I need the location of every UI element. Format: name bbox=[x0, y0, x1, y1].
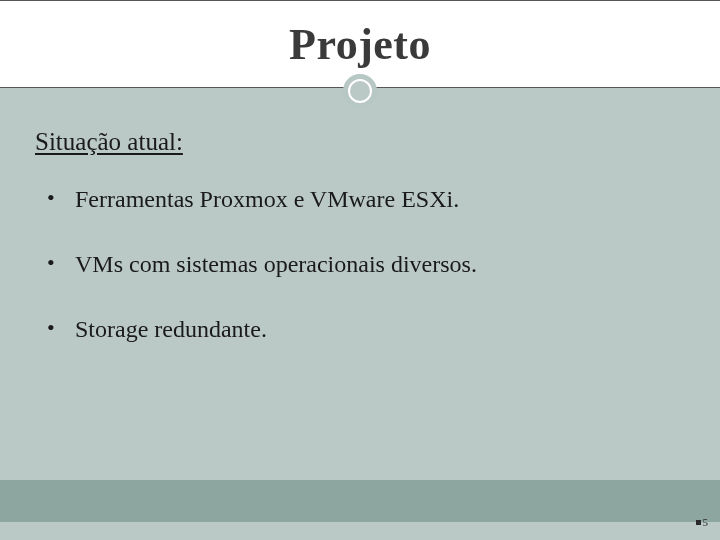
list-item: Ferramentas Proxmox e VMware ESXi. bbox=[43, 184, 685, 215]
page-number: 5 bbox=[696, 516, 709, 528]
footer-bar bbox=[0, 480, 720, 522]
bullet-list: Ferramentas Proxmox e VMware ESXi. VMs c… bbox=[35, 184, 685, 346]
square-icon bbox=[696, 520, 701, 525]
slide: Projeto Situação atual: Ferramentas Prox… bbox=[0, 0, 720, 540]
ring-icon bbox=[343, 74, 377, 108]
slide-title: Projeto bbox=[289, 19, 431, 70]
page-number-text: 5 bbox=[703, 516, 709, 528]
list-item: Storage redundante. bbox=[43, 314, 685, 345]
content-area: Situação atual: Ferramentas Proxmox e VM… bbox=[35, 128, 685, 380]
subheading: Situação atual: bbox=[35, 128, 685, 156]
list-item: VMs com sistemas operacionais diversos. bbox=[43, 249, 685, 280]
